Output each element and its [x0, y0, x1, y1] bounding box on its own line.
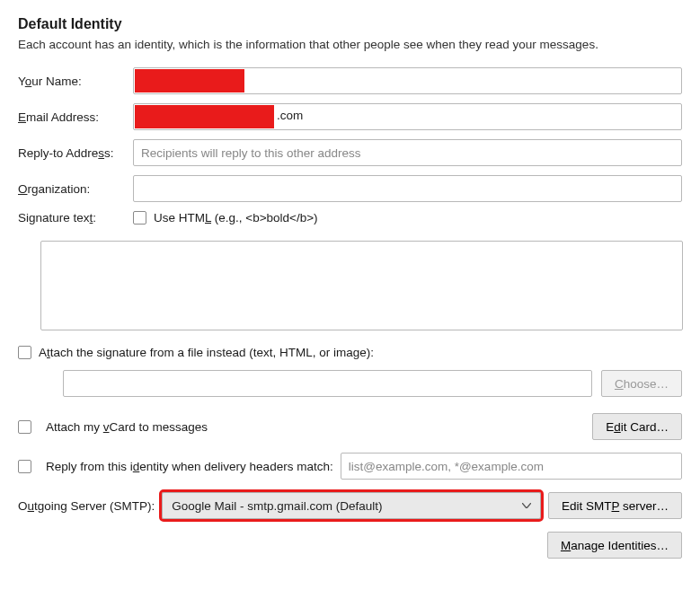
- signature-textarea[interactable]: [40, 241, 683, 330]
- attach-vcard-checkbox[interactable]: [18, 420, 31, 434]
- row-your-name: Your Name:: [18, 67, 682, 94]
- reply-identity-label: Reply from this identity when delivery h…: [46, 460, 333, 473]
- attach-file-checkbox[interactable]: [18, 346, 31, 359]
- edit-smtp-button[interactable]: Edit SMTP server…: [548, 492, 682, 519]
- section-heading: Default Identity: [18, 16, 682, 32]
- label-signature: Signature text:: [18, 211, 133, 225]
- row-file-chooser: Choose…: [63, 370, 682, 397]
- edit-card-button[interactable]: Edit Card…: [592, 413, 682, 440]
- row-email: Email Address: .com: [18, 103, 682, 130]
- label-organization: Organization:: [18, 182, 133, 196]
- row-attach-file: Attach the signature from a file instead…: [18, 346, 682, 359]
- row-signature-label: Signature text: Use HTML (e.g., <b>bold<…: [18, 211, 682, 225]
- attach-file-label: Attach the signature from a file instead…: [39, 346, 374, 359]
- chevron-down-icon: [522, 503, 531, 508]
- attach-vcard-label: Attach my vCard to messages: [46, 420, 585, 434]
- row-reply-to: Reply-to Address:: [18, 139, 682, 166]
- label-reply-to: Reply-to Address:: [18, 146, 133, 160]
- use-html-label: Use HTML (e.g., <b>bold</b>): [154, 211, 318, 225]
- signature-file-input[interactable]: [63, 370, 592, 397]
- use-html-checkbox[interactable]: [133, 211, 146, 225]
- label-smtp: Outgoing Server (SMTP):: [18, 499, 155, 513]
- organization-input[interactable]: [133, 175, 682, 202]
- reply-to-input[interactable]: [133, 139, 682, 166]
- choose-button: Choose…: [601, 370, 682, 397]
- reply-identity-checkbox[interactable]: [18, 460, 31, 473]
- label-email: Email Address:: [18, 110, 133, 124]
- row-organization: Organization:: [18, 175, 682, 202]
- row-smtp: Outgoing Server (SMTP): Google Mail - sm…: [18, 492, 682, 519]
- reply-identity-input[interactable]: [341, 453, 682, 480]
- section-description: Each account has an identity, which is t…: [18, 38, 682, 51]
- redaction-name: [135, 69, 244, 92]
- manage-identities-button[interactable]: Manage Identities…: [547, 532, 682, 559]
- smtp-select-value: Google Mail - smtp.gmail.com (Default): [172, 499, 382, 513]
- row-reply-identity: Reply from this identity when delivery h…: [18, 453, 682, 480]
- redaction-email: [135, 105, 274, 128]
- row-footer: Manage Identities…: [18, 532, 682, 559]
- row-vcard: Attach my vCard to messages Edit Card…: [18, 413, 682, 440]
- label-your-name: Your Name:: [18, 75, 133, 88]
- smtp-select[interactable]: Google Mail - smtp.gmail.com (Default): [162, 492, 541, 519]
